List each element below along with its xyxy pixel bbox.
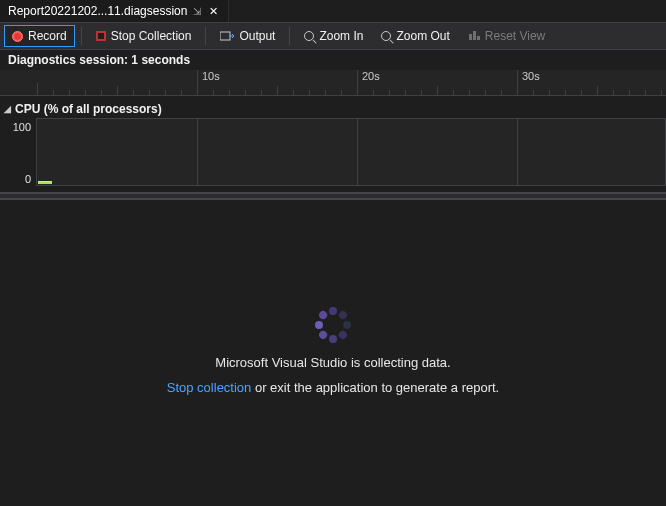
ruler-mark-label: 30s <box>522 70 540 82</box>
ruler-tick <box>405 90 406 95</box>
ruler-mark-label: 10s <box>202 70 220 82</box>
ruler-tick <box>165 90 166 95</box>
collecting-panel: Microsoft Visual Studio is collecting da… <box>0 200 666 500</box>
ruler-tick <box>133 90 134 95</box>
ruler-tick <box>469 90 470 95</box>
ruler-tick <box>581 90 582 95</box>
stop-collection-link[interactable]: Stop collection <box>167 380 252 395</box>
ruler-tick <box>533 90 534 95</box>
ruler-tick <box>101 90 102 95</box>
reset-view-label: Reset View <box>485 29 545 43</box>
ruler-mark-30s: 30s <box>517 70 540 96</box>
ruler-tick <box>549 90 550 95</box>
reset-view-icon <box>468 29 480 44</box>
ruler-tick <box>277 86 278 95</box>
cpu-chart-header[interactable]: ◢ CPU (% of all processors) <box>0 100 666 118</box>
stop-collection-button[interactable]: Stop Collection <box>88 25 200 47</box>
ruler-tick <box>565 90 566 95</box>
svg-rect-3 <box>477 36 480 40</box>
ruler-tick <box>437 86 438 95</box>
cpu-chart-title: CPU (% of all processors) <box>15 102 162 116</box>
ruler-tick <box>453 90 454 95</box>
ruler-tick <box>629 90 630 95</box>
toolbar-separator <box>81 27 82 45</box>
ruler-tick <box>613 90 614 95</box>
output-button[interactable]: Output <box>212 25 283 47</box>
pane-divider[interactable] <box>0 192 666 200</box>
zoom-out-button[interactable]: Zoom Out <box>373 25 457 47</box>
zoom-out-label: Zoom Out <box>396 29 449 43</box>
ruler-tick <box>373 90 374 95</box>
toolbar-separator <box>289 27 290 45</box>
collecting-subline: Stop collection or exit the application … <box>167 380 499 395</box>
ruler-tick <box>341 90 342 95</box>
svg-rect-2 <box>473 31 476 40</box>
chart-gridline <box>357 119 358 185</box>
ruler-tick <box>325 90 326 95</box>
svg-rect-1 <box>469 34 472 40</box>
ruler-tick <box>501 90 502 95</box>
ruler-tick <box>85 90 86 95</box>
ruler-tick <box>213 90 214 95</box>
collecting-tail: or exit the application to generate a re… <box>251 380 499 395</box>
pin-icon[interactable]: ⇲ <box>193 6 201 17</box>
ruler-tick <box>389 90 390 95</box>
chart-gridline <box>197 119 198 185</box>
ruler-tick <box>261 90 262 95</box>
spinner-icon <box>313 305 353 345</box>
session-duration-label: Diagnostics session: 1 seconds <box>0 50 666 70</box>
record-button[interactable]: Record <box>4 25 75 47</box>
stop-icon <box>96 31 106 41</box>
ruler-tick <box>645 90 646 95</box>
ruler-tick <box>117 86 118 95</box>
cpu-chart[interactable]: 100 0 <box>36 118 666 186</box>
ruler-tick <box>357 83 358 95</box>
ruler-tick <box>149 90 150 95</box>
stop-label: Stop Collection <box>111 29 192 43</box>
ruler-tick <box>597 86 598 95</box>
ruler-tick <box>69 90 70 95</box>
tab-diagsession[interactable]: Report20221202...11.diagsession ⇲ ✕ <box>0 0 229 22</box>
y-axis-label-top: 100 <box>13 121 31 133</box>
ruler-tick <box>309 90 310 95</box>
output-icon <box>220 30 234 42</box>
ruler-tick <box>197 83 198 95</box>
ruler-tick <box>229 90 230 95</box>
chart-gridline <box>517 119 518 185</box>
close-icon[interactable]: ✕ <box>207 5 220 18</box>
svg-rect-0 <box>220 32 230 40</box>
ruler-tick <box>37 83 38 95</box>
record-icon <box>12 31 23 42</box>
toolbar-separator <box>205 27 206 45</box>
cpu-chart-section: ◢ CPU (% of all processors) 100 0 <box>0 96 666 186</box>
output-label: Output <box>239 29 275 43</box>
ruler-mark-20s: 20s <box>357 70 380 96</box>
reset-view-button: Reset View <box>460 25 553 47</box>
ruler-tick <box>661 90 662 95</box>
cpu-trace <box>38 181 52 184</box>
ruler-tick <box>245 90 246 95</box>
tab-title: Report20221202...11.diagsession <box>8 4 187 18</box>
zoom-in-icon <box>304 31 314 41</box>
zoom-out-icon <box>381 31 391 41</box>
ruler-mark-label: 20s <box>362 70 380 82</box>
record-label: Record <box>28 29 67 43</box>
toolbar: Record Stop Collection Output Zoom In Zo… <box>0 22 666 50</box>
ruler-tick <box>421 90 422 95</box>
collecting-message: Microsoft Visual Studio is collecting da… <box>215 355 450 370</box>
ruler-tick <box>53 90 54 95</box>
collapse-icon[interactable]: ◢ <box>4 104 11 114</box>
time-ruler[interactable]: 10s 20s 30s <box>0 70 666 96</box>
ruler-tick <box>517 83 518 95</box>
ruler-mark-10s: 10s <box>197 70 220 96</box>
ruler-tick <box>485 90 486 95</box>
y-axis-label-bot: 0 <box>25 173 31 185</box>
tab-strip: Report20221202...11.diagsession ⇲ ✕ <box>0 0 666 22</box>
zoom-in-label: Zoom In <box>319 29 363 43</box>
zoom-in-button[interactable]: Zoom In <box>296 25 371 47</box>
ruler-tick <box>181 90 182 95</box>
ruler-tick <box>293 90 294 95</box>
